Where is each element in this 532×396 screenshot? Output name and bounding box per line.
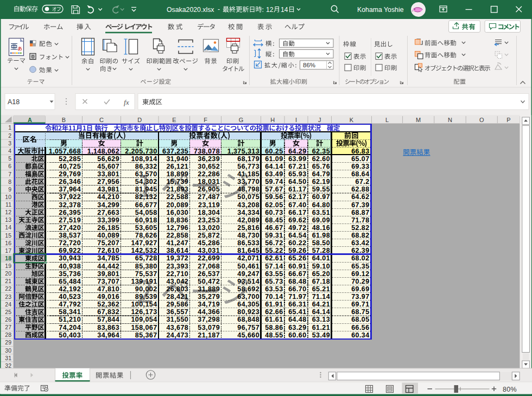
svg-text:59.31: 59.31 (265, 232, 283, 239)
svg-text:47,792: 47,792 (59, 301, 81, 308)
svg-text:26,395: 26,395 (59, 209, 81, 216)
svg-text:62.19: 62.19 (312, 178, 330, 186)
svg-text:33,801: 33,801 (97, 170, 119, 178)
svg-text:63.49: 63.49 (265, 170, 283, 178)
svg-text:9: 9 (8, 186, 11, 193)
svg-text:53.49: 53.49 (312, 331, 330, 339)
svg-text:44,366: 44,366 (198, 308, 220, 316)
svg-text:40,725: 40,725 (59, 163, 81, 170)
svg-text:65.21: 65.21 (312, 285, 330, 293)
svg-text:21: 21 (5, 278, 11, 284)
svg-text:37,298: 37,298 (198, 316, 220, 323)
svg-text:29,769: 29,769 (59, 170, 81, 178)
svg-text:16: 16 (5, 240, 11, 246)
svg-text:D: D (137, 117, 142, 123)
svg-text:42,071: 42,071 (237, 254, 259, 262)
svg-text:31: 31 (5, 355, 11, 361)
svg-text:80%: 80% (503, 386, 517, 393)
svg-text:56,773: 56,773 (237, 163, 259, 170)
svg-text:50,461: 50,461 (237, 263, 259, 270)
svg-text:60.73: 60.73 (265, 209, 283, 216)
svg-text:44,210: 44,210 (97, 193, 119, 201)
svg-text:27,519: 27,519 (59, 216, 81, 224)
svg-text:36,557: 36,557 (166, 308, 188, 316)
svg-text:61.09: 61.09 (265, 155, 283, 163)
svg-text:43,678: 43,678 (166, 324, 188, 331)
svg-text:73,707: 73,707 (97, 278, 119, 285)
svg-text:64.21: 64.21 (312, 301, 330, 308)
svg-text:61.21: 61.21 (312, 324, 330, 331)
svg-text:64.01: 64.01 (312, 254, 330, 262)
svg-text:18,304: 18,304 (198, 209, 220, 216)
svg-text:28,421: 28,421 (166, 293, 188, 301)
svg-text:23: 23 (5, 293, 11, 300)
svg-text:68.82: 68.82 (351, 232, 369, 239)
svg-text:70.29: 70.29 (351, 278, 369, 285)
svg-text:65.41: 65.41 (288, 308, 306, 316)
svg-text:14: 14 (5, 224, 11, 231)
svg-text:44,442: 44,442 (97, 263, 119, 270)
svg-text:63.51: 63.51 (312, 209, 330, 216)
svg-text:3: 3 (8, 140, 11, 146)
svg-text:14: 14 (281, 6, 288, 14)
svg-text:24,473: 24,473 (166, 331, 188, 339)
svg-text:68.87: 68.87 (351, 209, 369, 216)
svg-text:68.48: 68.48 (288, 278, 306, 285)
svg-text:71.14: 71.14 (312, 293, 330, 301)
svg-text:56.72: 56.72 (265, 239, 283, 247)
svg-text:22,699: 22,699 (198, 254, 220, 262)
svg-text:64.29: 64.29 (288, 148, 306, 155)
svg-text:70.14: 70.14 (265, 293, 283, 301)
svg-text:66.31: 66.31 (288, 301, 306, 308)
svg-text:67.21: 67.21 (288, 163, 306, 170)
svg-text:4: 4 (8, 148, 11, 154)
svg-text:23,393: 23,393 (166, 263, 188, 270)
svg-text:52,362: 52,362 (97, 301, 119, 308)
svg-text:34,719: 34,719 (198, 301, 220, 308)
svg-text:71.78: 71.78 (351, 216, 369, 224)
svg-text:65.20: 65.20 (312, 270, 330, 278)
svg-text:53,605: 53,605 (135, 224, 157, 232)
svg-text:27,663: 27,663 (97, 209, 119, 216)
svg-text:25,816: 25,816 (237, 224, 259, 232)
svg-text:58,692: 58,692 (237, 285, 259, 293)
svg-text:68.64: 68.64 (351, 170, 369, 178)
svg-text:11: 11 (5, 201, 11, 208)
svg-text:39,801: 39,801 (97, 270, 119, 278)
svg-text:43,208: 43,208 (237, 201, 259, 209)
svg-text:58.86: 58.86 (265, 324, 283, 331)
svg-text:67.2: 67.2 (356, 178, 370, 186)
svg-text:A: A (28, 117, 32, 123)
svg-text:69.12: 69.12 (351, 270, 369, 278)
svg-text:B: B (62, 117, 66, 123)
svg-text:49,247: 49,247 (237, 270, 259, 278)
svg-text:49.72: 49.72 (288, 224, 306, 232)
svg-text:29,586: 29,586 (166, 301, 188, 308)
svg-text:65,728: 65,728 (135, 254, 157, 262)
svg-text:A18: A18 (8, 98, 20, 106)
svg-text:42,192: 42,192 (59, 285, 81, 293)
svg-text:30,943: 30,943 (59, 254, 81, 262)
svg-text:51,210: 51,210 (59, 316, 81, 323)
svg-text:68.02: 68.02 (351, 254, 369, 262)
svg-text:13: 13 (5, 216, 11, 223)
svg-text:66.70: 66.70 (288, 285, 306, 293)
svg-text:66.56: 66.56 (351, 324, 369, 331)
svg-text:65.73: 65.73 (265, 278, 283, 285)
svg-text:23,253: 23,253 (198, 216, 220, 224)
svg-text:15,739: 15,739 (166, 178, 188, 186)
svg-text:27,420: 27,420 (59, 224, 81, 232)
svg-text:86,332: 86,332 (135, 163, 157, 170)
svg-text:30,652: 30,652 (198, 163, 220, 170)
svg-text:37,922: 37,922 (59, 193, 81, 201)
svg-text:L: L (385, 117, 389, 123)
svg-text:60.22: 60.22 (288, 239, 306, 247)
svg-text:65.26: 65.26 (288, 254, 306, 262)
svg-text:22,588: 22,588 (166, 193, 188, 201)
svg-text:69.62: 69.62 (288, 216, 306, 224)
svg-text:63.55: 63.55 (265, 270, 283, 278)
svg-text:Kohama Yoshie: Kohama Yoshie (357, 6, 404, 14)
svg-text:1,057,668: 1,057,668 (49, 148, 81, 155)
svg-text:Osaka2020.xlsx: Osaka2020.xlsx (167, 6, 214, 14)
svg-text:147,927: 147,927 (131, 239, 157, 247)
